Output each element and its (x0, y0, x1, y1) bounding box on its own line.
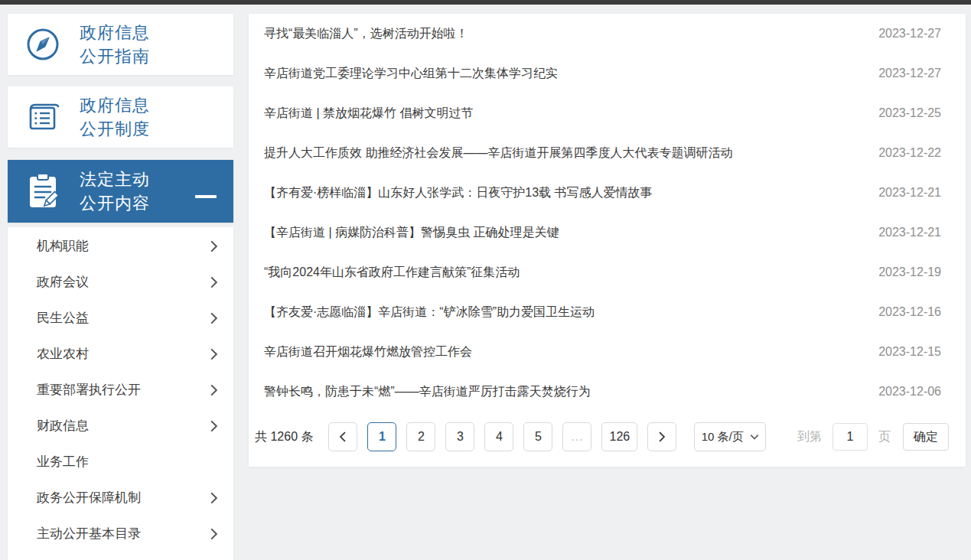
chevron-right-icon (210, 312, 218, 324)
sidebar: 政府信息 公开指南 政府信息 公开制度 (8, 14, 233, 560)
chevron-right-icon (658, 431, 666, 442)
news-title-link[interactable]: 寻找“最美临淄人”，选树活动开始啦！ (264, 26, 468, 42)
sidebar-menu-item-label: 政府会议 (37, 273, 89, 291)
goto-prefix-label: 到第 (797, 429, 822, 445)
sidebar-menu: 机构职能 政府会议 民生公益 农业农村 重要部署执行公开 财政信息 业务工作 (8, 227, 233, 560)
sidebar-card-title: 政府信息 公开制度 (80, 93, 150, 141)
sidebar-menu-item-label: 农业农村 (37, 345, 89, 363)
chevron-right-icon (210, 384, 218, 396)
news-list-item[interactable]: 辛店街道 | 禁放烟花爆竹 倡树文明过节 2023-12-25 (249, 93, 966, 133)
sidebar-menu-item[interactable]: 民生公益 (8, 300, 233, 336)
chevron-right-icon (210, 348, 218, 360)
news-date: 2023-12-21 (878, 226, 941, 239)
sidebar-menu-item[interactable]: 政务公开保障机制 (8, 480, 233, 516)
news-title-link[interactable]: “我向2024年山东省政府工作建言献策”征集活动 (264, 265, 520, 281)
top-bar (0, 0, 971, 5)
news-title-link[interactable]: 辛店街道 | 禁放烟花爆竹 倡树文明过节 (264, 106, 474, 122)
sidebar-menu-item-label: 业务工作 (37, 453, 89, 470)
news-title-link[interactable]: 【齐有爱·榜样临淄】山东好人张学武：日夜守护13载 书写感人爱情故事 (264, 185, 653, 201)
sidebar-menu-item[interactable]: 主动公开基本目录 (8, 516, 233, 552)
sidebar-menu-item[interactable]: 政府会议 (8, 264, 233, 300)
compass-icon (24, 23, 61, 66)
news-title-link[interactable]: 辛店街道党工委理论学习中心组第十二次集体学习纪实 (264, 66, 558, 82)
news-title-link[interactable]: 辛店街道召开烟花爆竹燃放管控工作会 (264, 344, 472, 360)
chevron-right-icon (210, 492, 218, 504)
goto-suffix-label: 页 (878, 429, 891, 445)
sidebar-menu-item[interactable]: 农业农村 (8, 336, 233, 372)
sidebar-menu-item[interactable]: 重要部署执行公开 (8, 372, 233, 408)
sidebar-menu-item[interactable]: 机构职能 (8, 228, 233, 264)
sidebar-card-title: 法定主动 公开内容 (80, 168, 150, 215)
news-list-item[interactable]: “我向2024年山东省政府工作建言献策”征集活动 2023-12-19 (249, 252, 966, 292)
sidebar-menu-item-label: 民生公益 (37, 309, 89, 327)
page-button-2[interactable]: 2 (406, 422, 435, 451)
news-date: 2023-12-16 (878, 305, 941, 319)
chevron-right-icon (210, 528, 218, 540)
sidebar-card-title: 政府信息 公开指南 (80, 21, 150, 68)
news-list-item[interactable]: 寻找“最美临淄人”，选树活动开始啦！ 2023-12-27 (249, 14, 966, 54)
news-date: 2023-12-15 (878, 345, 941, 359)
sidebar-menu-item[interactable]: 财政信息 (8, 408, 233, 444)
news-date: 2023-12-22 (878, 146, 941, 160)
page-button-3[interactable]: 3 (445, 422, 474, 451)
news-date: 2023-12-25 (878, 106, 941, 120)
sidebar-menu-item-label: 主动公开基本目录 (37, 525, 141, 542)
collapse-minus-icon[interactable] (195, 195, 217, 198)
pagination-bar: 共 1260 条 1 2 3 4 5 ... 126 10 条/页 到第 页 确… (249, 422, 966, 451)
goto-page-group: 到第 页 确定 (797, 423, 949, 451)
page-ellipsis-button[interactable]: ... (562, 422, 591, 451)
page-button-5[interactable]: 5 (523, 422, 552, 451)
news-date: 2023-12-21 (878, 186, 941, 200)
news-title-link[interactable]: 警钟长鸣，防患于未“燃”——辛店街道严厉打击露天焚烧行为 (264, 384, 591, 400)
clipboard-pencil-icon (24, 170, 61, 213)
sidebar-card-title-line1: 政府信息 (80, 96, 150, 115)
news-list-item[interactable]: 警钟长鸣，防患于未“燃”——辛店街道严厉打击露天焚烧行为 2023-12-06 (249, 372, 966, 412)
page-size-label: 10 条/页 (702, 430, 744, 444)
confirm-button[interactable]: 确定 (903, 423, 949, 451)
news-date: 2023-12-06 (878, 385, 941, 399)
sidebar-card-open-rules[interactable]: 政府信息 公开制度 (8, 86, 233, 148)
news-list-item[interactable]: 提升人大工作质效 助推经济社会发展——辛店街道开展第四季度人大代表专题调研活动 … (249, 133, 966, 173)
news-date: 2023-12-27 (878, 67, 941, 80)
news-title-link[interactable]: 【齐友爱·志愿临淄】辛店街道：“铲冰除雪”助力爱国卫生运动 (264, 304, 595, 321)
news-list-item[interactable]: 辛店街道党工委理论学习中心组第十二次集体学习纪实 2023-12-27 (249, 54, 966, 93)
news-date: 2023-12-19 (878, 265, 941, 279)
chevron-right-icon (210, 240, 218, 252)
book-icon (24, 96, 61, 138)
sidebar-menu-item-label: 政务公开保障机制 (37, 489, 141, 506)
sidebar-card-title-line1: 法定主动 (80, 170, 150, 189)
page-button-126[interactable]: 126 (601, 422, 637, 451)
next-page-button[interactable] (647, 422, 676, 451)
sidebar-card-statutory-disclosure[interactable]: 法定主动 公开内容 (8, 160, 233, 223)
sidebar-card-title-line2: 公开制度 (80, 119, 150, 138)
sidebar-menu-item[interactable]: 业务工作 (8, 444, 233, 480)
page-button-1[interactable]: 1 (367, 422, 396, 451)
page-button-4[interactable]: 4 (484, 422, 513, 451)
news-list-item[interactable]: 【齐有爱·榜样临淄】山东好人张学武：日夜守护13载 书写感人爱情故事 2023-… (249, 173, 966, 213)
prev-page-button[interactable] (328, 422, 357, 451)
sidebar-card-title-line2: 公开内容 (80, 194, 150, 213)
sidebar-menu-item-label: 重要部署执行公开 (37, 381, 141, 399)
news-list-item[interactable]: 辛店街道召开烟花爆竹燃放管控工作会 2023-12-15 (249, 332, 966, 372)
news-date: 2023-12-27 (878, 27, 941, 41)
chevron-right-icon (210, 276, 218, 288)
pagination-total: 共 1260 条 (255, 429, 313, 445)
news-title-link[interactable]: 提升人大工作质效 助推经济社会发展——辛店街道开展第四季度人大代表专题调研活动 (264, 145, 732, 161)
news-list-item[interactable]: 【辛店街道 | 病媒防治科普】警惕臭虫 正确处理是关键 2023-12-21 (249, 213, 966, 252)
chevron-right-icon (210, 420, 218, 432)
news-title-link[interactable]: 【辛店街道 | 病媒防治科普】警惕臭虫 正确处理是关键 (264, 225, 559, 241)
chevron-left-icon (339, 431, 347, 442)
sidebar-card-open-guide[interactable]: 政府信息 公开指南 (8, 14, 233, 75)
goto-page-input[interactable] (833, 423, 868, 451)
news-list-panel: 寻找“最美临淄人”，选树活动开始啦！ 2023-12-27 辛店街道党工委理论学… (249, 14, 966, 467)
sidebar-card-title-line1: 政府信息 (80, 23, 150, 42)
sidebar-card-title-line2: 公开指南 (80, 47, 150, 66)
news-list-item[interactable]: 【齐友爱·志愿临淄】辛店街道：“铲冰除雪”助力爱国卫生运动 2023-12-16 (249, 292, 966, 332)
chevron-down-icon (750, 434, 759, 440)
sidebar-menu-item-label: 财政信息 (37, 417, 89, 435)
page-size-select[interactable]: 10 条/页 (694, 422, 766, 451)
sidebar-menu-item-label: 机构职能 (37, 237, 89, 255)
